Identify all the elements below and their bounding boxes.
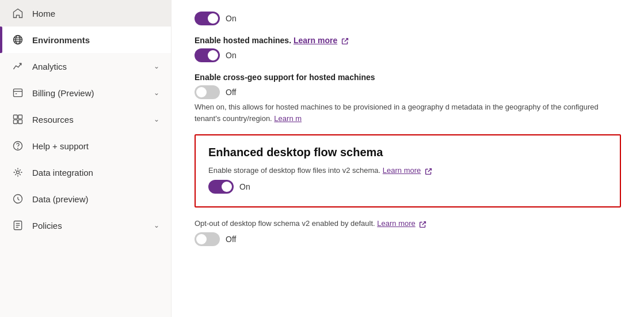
sidebar-label-resources: Resources xyxy=(32,115,146,124)
cross-geo-title: Enable cross-geo support for hosted mach… xyxy=(195,73,621,82)
hosted-machines-toggle[interactable] xyxy=(195,48,220,62)
policies-icon xyxy=(12,219,24,232)
resources-chevron-icon: ⌄ xyxy=(154,115,159,123)
sidebar-label-analytics: Analytics xyxy=(32,62,146,71)
setting-block-opt-out: Opt-out of desktop flow schema v2 enable… xyxy=(195,218,621,247)
sidebar-item-policies[interactable]: Policies ⌄ xyxy=(0,212,171,239)
hosted-machines-toggle-label: On xyxy=(226,51,237,60)
billing-chevron-icon: ⌄ xyxy=(154,89,159,97)
svg-rect-8 xyxy=(14,115,18,119)
setting-block-top-toggle: On xyxy=(195,12,621,25)
enhanced-schema-toggle[interactable] xyxy=(208,180,234,194)
setting-block-cross-geo: Enable cross-geo support for hosted mach… xyxy=(195,73,621,124)
hosted-machines-toggle-row: On xyxy=(195,48,621,62)
svg-rect-9 xyxy=(18,115,22,119)
cross-geo-learn-more[interactable]: Learn m xyxy=(274,114,302,123)
opt-out-external-icon xyxy=(419,220,426,228)
svg-rect-11 xyxy=(18,120,22,124)
cross-geo-toggle-label: Off xyxy=(226,88,236,97)
enhanced-schema-toggle-row: On xyxy=(208,180,607,194)
enhanced-schema-section: Enhanced desktop flow schema Enable stor… xyxy=(195,134,621,207)
top-toggle-track[interactable] xyxy=(195,12,220,25)
svg-point-13 xyxy=(18,148,18,149)
data-integration-icon xyxy=(12,166,24,179)
sidebar-item-billing[interactable]: Billing (Preview) ⌄ xyxy=(0,80,171,106)
enhanced-schema-toggle-label: On xyxy=(239,182,250,191)
main-content: On Enable hosted machines. Learn more On… xyxy=(172,0,644,317)
sidebar-item-analytics[interactable]: Analytics ⌄ xyxy=(0,53,171,80)
cross-geo-toggle[interactable] xyxy=(195,85,220,99)
sidebar-item-environments[interactable]: Environments xyxy=(0,27,171,53)
opt-out-toggle-track[interactable] xyxy=(195,232,220,246)
sidebar-item-data-integration[interactable]: Data integration xyxy=(0,159,171,186)
top-toggle-row: On xyxy=(195,12,621,25)
cross-geo-description: When on, this allows for hosted machines… xyxy=(195,101,609,124)
enhanced-schema-heading: Enhanced desktop flow schema xyxy=(208,146,607,159)
top-toggle-label: On xyxy=(226,14,237,23)
sidebar: Home Environments Analytics ⌄ Billing (P… xyxy=(0,0,172,317)
setting-block-hosted-machines: Enable hosted machines. Learn more On xyxy=(195,36,621,62)
chart-icon xyxy=(12,60,24,73)
sidebar-label-data-preview: Data (preview) xyxy=(32,194,159,204)
hosted-machines-external-icon xyxy=(341,37,349,45)
enhanced-schema-toggle-thumb xyxy=(222,182,232,192)
sidebar-item-resources[interactable]: Resources ⌄ xyxy=(0,106,171,133)
data-preview-icon xyxy=(12,193,24,205)
svg-point-14 xyxy=(17,171,20,174)
svg-rect-10 xyxy=(14,120,18,124)
analytics-chevron-icon: ⌄ xyxy=(154,62,159,70)
top-toggle-thumb xyxy=(208,13,218,24)
sidebar-label-home: Home xyxy=(32,9,159,18)
opt-out-toggle[interactable] xyxy=(195,232,220,246)
sidebar-item-help[interactable]: Help + support xyxy=(0,133,171,159)
opt-out-toggle-thumb xyxy=(196,234,207,244)
cross-geo-toggle-thumb xyxy=(196,87,207,97)
opt-out-description: Opt-out of desktop flow schema v2 enable… xyxy=(195,218,609,229)
hosted-machines-title: Enable hosted machines. Learn more xyxy=(195,36,621,45)
opt-out-toggle-label: Off xyxy=(226,235,236,244)
top-toggle[interactable] xyxy=(195,12,220,25)
hosted-machines-learn-more[interactable]: Learn more xyxy=(294,36,337,45)
sidebar-item-home[interactable]: Home xyxy=(0,0,171,27)
svg-line-19 xyxy=(345,38,348,41)
sidebar-item-data-preview[interactable]: Data (preview) xyxy=(0,186,171,212)
sidebar-label-help: Help + support xyxy=(32,141,159,151)
resources-icon xyxy=(12,113,24,126)
help-icon xyxy=(12,139,24,152)
opt-out-learn-more[interactable]: Learn more xyxy=(377,219,415,228)
cross-geo-toggle-row: Off xyxy=(195,85,621,99)
enhanced-schema-external-icon xyxy=(425,167,432,175)
home-icon xyxy=(12,7,24,20)
sidebar-label-billing: Billing (Preview) xyxy=(32,88,146,98)
sidebar-label-policies: Policies xyxy=(32,221,146,231)
svg-rect-5 xyxy=(14,89,22,96)
hosted-machines-toggle-track[interactable] xyxy=(195,48,220,62)
sidebar-label-data-integration: Data integration xyxy=(32,168,159,178)
globe-icon xyxy=(12,33,24,46)
hosted-machines-toggle-thumb xyxy=(208,50,218,61)
opt-out-toggle-row: Off xyxy=(195,232,621,246)
enhanced-schema-learn-more[interactable]: Learn more xyxy=(383,166,421,175)
svg-line-20 xyxy=(428,169,432,172)
svg-line-21 xyxy=(422,221,426,225)
sidebar-label-environments: Environments xyxy=(32,35,159,45)
enhanced-schema-toggle-track[interactable] xyxy=(208,180,234,194)
cross-geo-toggle-track[interactable] xyxy=(195,85,220,99)
policies-chevron-icon: ⌄ xyxy=(154,221,159,229)
billing-icon xyxy=(12,86,24,99)
enhanced-schema-description: Enable storage of desktop flow files int… xyxy=(208,165,607,176)
